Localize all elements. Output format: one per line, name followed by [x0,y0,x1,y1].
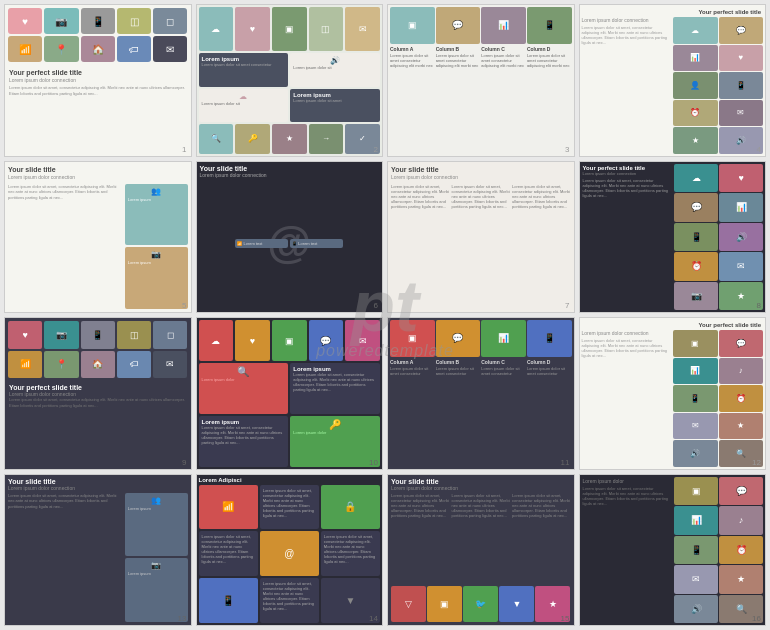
slide-4: Your perfect slide title Lorem ipsum dol… [579,4,767,157]
icon-home: 🏠 [81,36,115,62]
slide-3-number: 3 [565,145,569,154]
icon-mobile: 📱 [81,8,115,34]
slide-2: ☁ ♥ ▣ ◫ ✉ Lorem ipsum Lorem ipsum dolor … [196,4,384,157]
slide-13: Your slide title Lorem ipsum dolor conne… [4,474,192,627]
slide-11-number: 11 [561,458,570,467]
slide-10-number: 10 [369,458,378,467]
slide-12-number: 12 [752,458,761,467]
slide-1-number: 1 [182,145,186,154]
slide-5: Your slide title Lorem ipsum dolor conne… [4,161,192,314]
slide-7: Your slide title Lorem ipsum dolor conne… [387,161,575,314]
slide-15-number: 15 [561,614,570,623]
slide-4-title: Your perfect slide title [698,9,761,15]
slide-7-number: 7 [565,301,569,310]
slide-6: Your slide title Lorem ipsum dolor conne… [196,161,384,314]
slide-1-subtitle: Lorem ipsum dolor connection [9,77,187,83]
slide-6-number: 6 [374,301,378,310]
icon-box5: ◻ [153,8,187,34]
slide-9-number: 9 [182,458,186,467]
slide-5-subtitle: Lorem ipsum dolor connection [8,174,188,180]
slide-4-subtitle: Lorem ipsum dolor connection [582,17,672,23]
slide-16-number: 16 [752,614,761,623]
slide-11: ▣ 💬 📊 📱 Column A Lorem ipsum dolor sit a… [387,317,575,470]
slide-1-body: Lorem ipsum dolor sit amet, consectetur … [9,85,187,96]
slide-7-title: Your slide title [391,165,571,174]
slide-7-subtitle: Lorem ipsum dolor connection [391,174,571,180]
icon-heart: ♥ [8,8,42,34]
slide-4-number: 4 [757,145,761,154]
icon-email: ✉ [153,36,187,62]
slide-8: Your perfect slide title Lorem ipsum dol… [579,161,767,314]
slide-6-title: Your slide title [200,165,380,172]
slide-14-number: 14 [369,614,378,623]
slide-9: ♥ 📷 📱 ◫ ◻ 📶 📍 🏠 🏷 ✉ Your perfect slide t… [4,317,192,470]
icon-camera: 📷 [44,8,78,34]
slide-1-title: Your perfect slide title [9,68,187,77]
slide-grid: ♥ 📷 📱 ◫ ◻ 📶 📍 🏠 🏷 ✉ Your perfect slide t… [0,0,770,630]
slide-15: Your slide title Lorem ipsum dolor conne… [387,474,575,627]
slide-12: Your perfect slide title Lorem ipsum dol… [579,317,767,470]
slide-5-number: 5 [182,301,186,310]
slide-3: ▣ 💬 📊 📱 Column A Lorem ipsum dolor sit a… [387,4,575,157]
slide-13-number: 13 [178,614,187,623]
slide-8-number: 8 [757,301,761,310]
slide-16: Lorem ipsum dolor Lorem ipsum dolor sit … [579,474,767,627]
slide-1: ♥ 📷 📱 ◫ ◻ 📶 📍 🏠 🏷 ✉ Your perfect slide t… [4,4,192,157]
slide-10: ☁ ♥ ▣ 💬 ✉ 🔍 Lorem ipsum dolor Lorem ipsu… [196,317,384,470]
icon-box4: ◫ [117,8,151,34]
icon-tag: 🏷 [117,36,151,62]
slide-5-title: Your slide title [8,165,188,174]
icon-location: 📍 [44,36,78,62]
slide-14: Lorem Adipisci 📶 Lorem ipsum dolor sit a… [196,474,384,627]
icon-wifi: 📶 [8,36,42,62]
slide-2-number: 2 [374,145,378,154]
